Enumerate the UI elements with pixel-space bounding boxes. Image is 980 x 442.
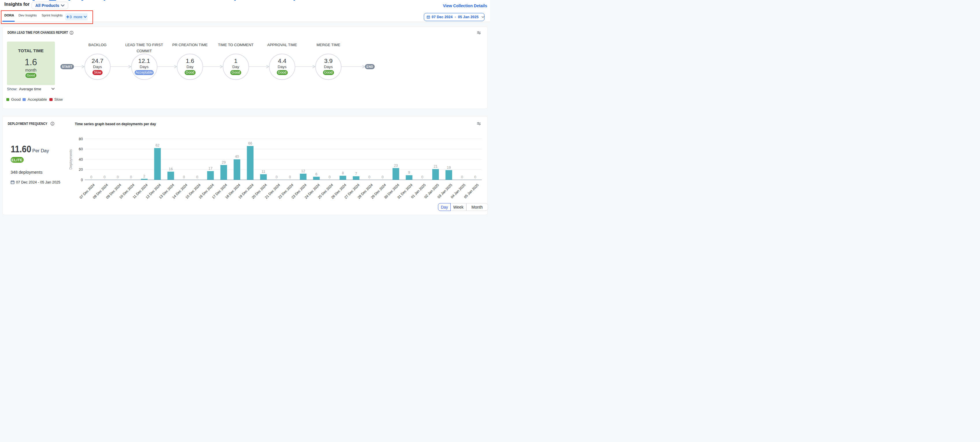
svg-text:62: 62 xyxy=(156,143,159,147)
svg-text:0: 0 xyxy=(368,175,371,179)
svg-text:11: 11 xyxy=(261,170,265,173)
svg-text:2: 2 xyxy=(143,174,145,178)
svg-text:0: 0 xyxy=(91,175,92,179)
svg-text:40: 40 xyxy=(79,157,83,161)
svg-text:7: 7 xyxy=(355,171,357,176)
svg-text:0: 0 xyxy=(275,175,278,179)
svg-text:0: 0 xyxy=(103,175,105,179)
svg-text:0: 0 xyxy=(421,175,423,179)
svg-text:19: 19 xyxy=(447,165,451,170)
svg-text:0: 0 xyxy=(461,175,463,179)
svg-text:0: 0 xyxy=(130,175,132,179)
svg-text:0: 0 xyxy=(81,177,83,182)
svg-text:16: 16 xyxy=(169,167,173,171)
svg-text:9: 9 xyxy=(408,171,410,174)
svg-text:21: 21 xyxy=(434,165,438,168)
svg-text:23: 23 xyxy=(394,163,398,167)
svg-text:0: 0 xyxy=(474,175,476,179)
svg-text:0: 0 xyxy=(328,175,331,179)
svg-text:60: 60 xyxy=(79,147,83,151)
svg-text:17: 17 xyxy=(208,166,213,171)
svg-text:66: 66 xyxy=(248,141,252,146)
svg-text:29: 29 xyxy=(221,160,226,164)
svg-text:0: 0 xyxy=(117,175,119,179)
svg-text:0: 0 xyxy=(196,175,198,179)
svg-text:40: 40 xyxy=(235,155,239,159)
svg-text:80: 80 xyxy=(79,136,83,141)
svg-text:0: 0 xyxy=(183,175,185,179)
svg-text:6: 6 xyxy=(315,172,318,176)
svg-text:20: 20 xyxy=(79,167,83,172)
svg-text:0: 0 xyxy=(289,175,291,179)
svg-text:Deployments: Deployments xyxy=(69,149,73,170)
svg-text:12: 12 xyxy=(301,169,305,173)
svg-text:8: 8 xyxy=(342,171,344,175)
svg-text:0: 0 xyxy=(382,175,384,179)
